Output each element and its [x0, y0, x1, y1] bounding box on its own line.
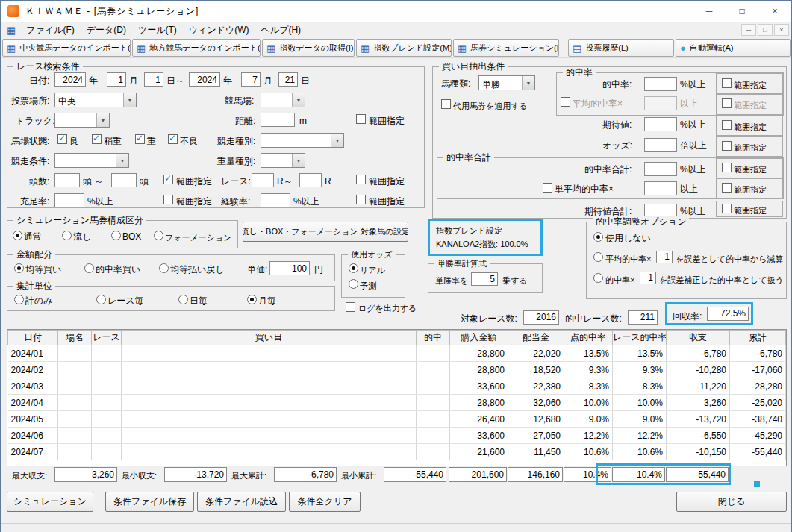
adjust-avg-input[interactable] [656, 251, 673, 263]
simulation-button[interactable]: シミュレーション [7, 492, 93, 512]
odds-range-checkbox[interactable] [722, 141, 732, 151]
col-purchase[interactable]: 購入金額 [450, 331, 508, 345]
adjust-hit-radio[interactable] [593, 273, 603, 283]
toolbar-bet-simulation-button[interactable]: ▦ 馬券シミュレーション(B) [453, 39, 559, 57]
hit-rate-input[interactable] [644, 77, 677, 91]
col-date[interactable]: 日付 [8, 331, 58, 345]
target-horse-settings-button[interactable]: 流し・BOX・フォーメーション 対象馬の設定 [243, 222, 408, 242]
race-no-from-input[interactable] [252, 173, 274, 187]
minimize-icon[interactable]: ─ [693, 1, 726, 22]
venue-combo[interactable]: 中央 ▼ [54, 93, 137, 107]
amount-equal-payout-radio[interactable] [159, 263, 169, 273]
agg-day-radio[interactable] [178, 295, 188, 304]
date-to-day-input[interactable] [278, 72, 298, 87]
amount-hitrate-radio[interactable] [84, 263, 94, 273]
maximize-icon[interactable]: □ [726, 1, 758, 22]
adjust-avg-radio[interactable] [593, 252, 603, 262]
unit-price-input[interactable] [269, 261, 310, 275]
menu-data[interactable]: データ(D) [81, 22, 132, 38]
race-condition-combo[interactable]: ▼ [54, 153, 129, 168]
heads-min-input[interactable] [54, 173, 80, 187]
heads-max-input[interactable] [111, 173, 137, 187]
avg-hit-range-checkbox[interactable] [722, 98, 732, 108]
adjust-none-radio[interactable] [593, 232, 603, 242]
sim-nagashi-radio[interactable] [62, 231, 72, 240]
clear-condition-button[interactable]: 条件全クリア [289, 492, 361, 512]
menu-help[interactable]: ヘルプ(H) [255, 22, 308, 38]
single-avg-input[interactable] [644, 181, 677, 195]
weight-type-combo[interactable]: ▼ [261, 153, 305, 168]
hit-rate-range-checkbox[interactable] [722, 78, 732, 88]
table-row[interactable]: 2024/0721,60011,45010.6%10.6%-10,150-55,… [8, 444, 786, 460]
table-row[interactable]: 2024/0333,60022,3808.3%8.3%-11,220-28,28… [8, 378, 786, 395]
single-avg-range-checkbox[interactable] [722, 183, 732, 193]
date-to-month-input[interactable] [241, 72, 261, 87]
load-condition-button[interactable]: 条件ファイル読込 [197, 492, 286, 512]
fill-rate-input[interactable] [54, 193, 84, 207]
sim-normal-radio[interactable] [13, 231, 22, 240]
hit-total-input[interactable] [644, 162, 677, 176]
table-row[interactable]: 2024/0228,80018,5209.3%9.3%-10,280-17,06… [8, 362, 786, 378]
odds-real-radio[interactable] [349, 263, 358, 273]
experience-rate-input[interactable] [261, 193, 290, 207]
col-total[interactable]: 累計 [730, 331, 786, 345]
race-no-to-input[interactable] [299, 173, 322, 187]
sim-box-radio[interactable] [111, 231, 121, 240]
odds-predict-radio[interactable] [349, 279, 358, 289]
menu-file[interactable]: ファイル(F) [20, 22, 80, 38]
substitute-bet-checkbox[interactable] [441, 99, 451, 109]
toolbar-auto-run-button[interactable]: ● 自動運転(A) [676, 39, 791, 57]
heads-range-checkbox[interactable]: ✓ [163, 175, 173, 184]
col-payout[interactable]: 配当金 [508, 331, 564, 345]
col-race[interactable]: レース [92, 331, 122, 345]
date-from-day-input[interactable] [144, 72, 163, 87]
mdi-close-icon[interactable]: × [774, 24, 789, 36]
col-venue[interactable]: 場名 [58, 331, 92, 345]
surface-good-checkbox[interactable]: ✓ [57, 134, 67, 144]
log-output-checkbox[interactable] [346, 302, 355, 312]
bet-type-combo[interactable]: 単勝 ▼ [478, 75, 535, 90]
table-row[interactable]: 2024/0526,40012,6809.0%9.0%-13,720-38,74… [8, 411, 786, 428]
distance-range-checkbox[interactable] [356, 114, 366, 124]
toolbar-vote-history-button[interactable]: ▤ 投票履歴(L) [568, 39, 674, 57]
expected-total-range-checkbox[interactable] [722, 204, 732, 213]
avg-hit-checkbox[interactable] [561, 97, 570, 107]
toolbar-central-import-button[interactable]: ▦ 中央競馬データのインポート(J) [2, 39, 131, 57]
menu-window[interactable]: ウィンドウ(W) [183, 22, 255, 38]
sim-formation-radio[interactable] [154, 231, 163, 240]
col-balance[interactable]: 収支 [667, 331, 730, 345]
date-from-month-input[interactable] [107, 72, 126, 87]
agg-month-radio[interactable] [247, 295, 257, 304]
col-point-rate[interactable]: 点的中率 [564, 331, 613, 345]
surface-slightly-heavy-checkbox[interactable]: ✓ [92, 134, 102, 144]
col-bet[interactable]: 買い目 [122, 331, 417, 345]
race-no-range-checkbox[interactable] [356, 175, 366, 184]
expected-value-input[interactable] [644, 117, 677, 131]
close-dialog-button[interactable]: 閉じる [676, 492, 787, 512]
col-race-rate[interactable]: レース的中率 [613, 331, 667, 345]
toolbar-index-fetch-button[interactable]: ▦ 指数データの取得(I) [262, 39, 355, 57]
course-combo[interactable]: ▼ [261, 93, 305, 107]
col-hit[interactable]: 的中 [417, 331, 450, 345]
track-combo[interactable]: ▼ [54, 113, 110, 128]
hit-total-range-checkbox[interactable] [722, 163, 732, 172]
amount-equal-radio[interactable] [14, 263, 24, 273]
race-type-combo[interactable]: ▼ [261, 133, 344, 148]
expected-range-checkbox[interactable] [722, 120, 732, 130]
avg-hit-input[interactable] [644, 96, 677, 110]
toolbar-local-import-button[interactable]: ▦ 地方競馬データのインポート(N) [132, 39, 261, 57]
adjust-hit-input[interactable] [640, 272, 656, 284]
fill-rate-range-checkbox[interactable] [163, 195, 173, 204]
surface-heavy-checkbox[interactable]: ✓ [135, 134, 145, 144]
agg-race-radio[interactable] [96, 295, 106, 304]
mdi-minimize-icon[interactable]: ─ [741, 24, 756, 36]
table-row[interactable]: 2024/0633,60027,05012.2%12.2%-6,550-45,2… [8, 428, 786, 444]
surface-bad-checkbox[interactable]: ✓ [168, 134, 178, 144]
close-icon[interactable]: × [758, 1, 791, 22]
table-row[interactable]: 2024/0128,80022,02013.5%13.5%-6,780-6,78… [8, 345, 786, 362]
mdi-restore-icon[interactable]: □ [758, 24, 773, 36]
table-row[interactable]: 2024/0428,80032,06010.0%10.0%3,260-25,02… [8, 395, 786, 411]
experience-rate-range-checkbox[interactable] [356, 195, 366, 204]
odds-input[interactable] [644, 138, 677, 152]
date-to-year-input[interactable] [189, 72, 220, 87]
